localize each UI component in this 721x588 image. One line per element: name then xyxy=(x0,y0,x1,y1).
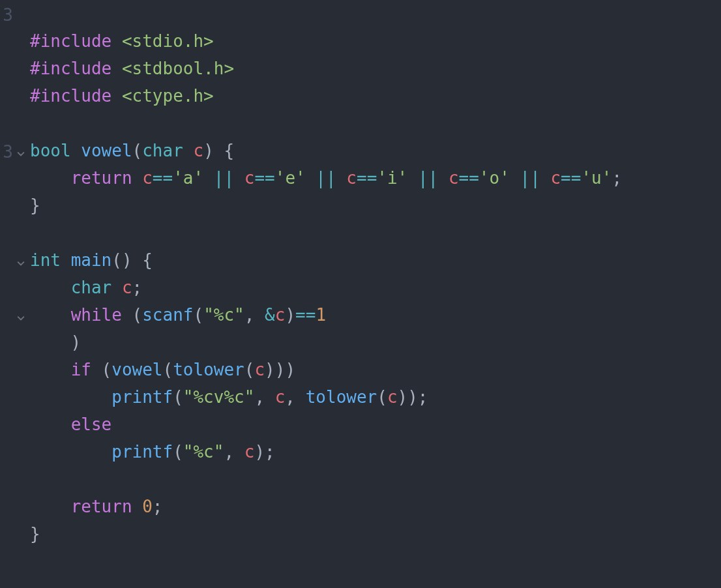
code-token: ( xyxy=(194,305,204,325)
code-token: else xyxy=(71,415,112,434)
code-token: vowel xyxy=(111,360,162,379)
code-line[interactable] xyxy=(30,0,721,27)
gutter-row xyxy=(0,27,25,55)
code-token: char xyxy=(142,141,183,160)
code-line[interactable]: printf("%cv%c", c, tolower(c)); xyxy=(30,383,721,411)
gutter-row xyxy=(0,192,25,219)
code-token xyxy=(234,168,244,188)
code-line[interactable]: char c; xyxy=(30,274,721,301)
code-token: c xyxy=(194,141,204,160)
code-line[interactable]: #include <stdbool.h> xyxy=(30,55,721,82)
code-token: & xyxy=(265,305,275,325)
code-token: ( xyxy=(173,442,183,462)
code-line[interactable]: } xyxy=(30,192,721,219)
code-token: ; xyxy=(132,278,143,297)
code-line[interactable]: return c=='a' || c=='e' || c=='i' || c==… xyxy=(30,164,721,192)
code-line[interactable]: printf("%c", c); xyxy=(30,438,721,465)
code-line[interactable] xyxy=(30,548,721,575)
chevron-down-icon[interactable] xyxy=(16,302,25,330)
code-token: c xyxy=(387,387,398,407)
gutter-row xyxy=(0,356,25,383)
code-line[interactable]: bool vowel(char c) { xyxy=(30,137,721,164)
code-token: c xyxy=(550,168,561,188)
code-token xyxy=(203,168,214,188)
code-token: int xyxy=(30,250,61,270)
code-token xyxy=(540,168,551,188)
code-token xyxy=(30,278,71,297)
gutter-row xyxy=(0,411,25,438)
code-editor[interactable]: 3 3 #include <stdio.h>#include <stdbool.… xyxy=(0,0,721,588)
code-token: c xyxy=(122,278,132,297)
code-line[interactable]: else xyxy=(30,411,721,438)
code-line[interactable]: if (vowel(tolower(c))) xyxy=(30,356,721,383)
code-token: vowel xyxy=(81,141,132,160)
code-token: #include xyxy=(30,31,122,51)
code-token xyxy=(132,168,143,188)
code-line[interactable]: int main() { xyxy=(30,246,721,274)
line-number: 3 xyxy=(1,1,13,29)
code-token: 1 xyxy=(316,305,326,325)
chevron-down-icon[interactable] xyxy=(16,248,25,275)
code-token xyxy=(30,442,111,462)
code-token: 'o' xyxy=(479,168,510,188)
code-line[interactable]: return 0; xyxy=(30,493,721,520)
code-token xyxy=(30,305,71,325)
code-token: ; xyxy=(611,168,622,188)
code-token: c xyxy=(254,360,265,379)
code-token: , xyxy=(224,442,244,462)
code-token: if xyxy=(71,360,91,379)
code-token: ; xyxy=(153,497,163,516)
code-token: "%cv%c" xyxy=(183,387,255,407)
code-line[interactable] xyxy=(30,219,721,246)
code-line[interactable]: ) xyxy=(30,329,721,356)
code-line[interactable]: while (scanf("%c", &c)==1 xyxy=(30,301,721,329)
chevron-down-icon[interactable] xyxy=(16,138,25,166)
code-token: , xyxy=(244,305,265,325)
code-token: ); xyxy=(254,442,274,462)
code-token: tolower xyxy=(173,360,244,379)
code-token: #include xyxy=(30,86,122,106)
gutter-row xyxy=(0,548,25,575)
code-token: 'i' xyxy=(377,168,407,188)
code-token xyxy=(30,497,71,516)
gutter-row xyxy=(0,493,25,520)
code-token: == xyxy=(357,168,377,188)
code-token: scanf xyxy=(142,305,193,325)
code-token: c xyxy=(244,168,255,188)
gutter: 3 3 xyxy=(0,0,25,588)
code-token: ( xyxy=(91,360,111,379)
code-token: #include xyxy=(30,59,122,78)
code-token: return xyxy=(71,497,132,516)
code-line[interactable]: } xyxy=(30,520,721,548)
code-token: ) xyxy=(30,332,81,352)
code-token: } xyxy=(30,524,40,544)
code-token xyxy=(510,168,520,188)
gutter-row xyxy=(0,274,25,301)
code-line[interactable] xyxy=(30,110,721,137)
code-token: ( xyxy=(163,360,173,379)
code-line[interactable]: #include <ctype.h> xyxy=(30,82,721,110)
code-token: || xyxy=(214,168,234,188)
gutter-row xyxy=(0,110,25,137)
code-token: printf xyxy=(111,442,173,462)
gutter-row xyxy=(0,329,25,356)
code-token: c xyxy=(275,387,286,407)
line-number: 3 xyxy=(1,138,13,166)
gutter-row xyxy=(0,164,25,192)
code-token: bool xyxy=(30,141,71,160)
code-token: 0 xyxy=(142,497,153,516)
code-token: ( xyxy=(173,387,183,407)
code-token: == xyxy=(459,168,479,188)
code-token: ( xyxy=(122,305,142,325)
code-area[interactable]: #include <stdio.h>#include <stdbool.h>#i… xyxy=(25,0,721,588)
code-token xyxy=(132,497,143,516)
code-token: ) { xyxy=(203,141,234,160)
code-token: printf xyxy=(111,387,173,407)
code-token: ) xyxy=(285,305,295,325)
code-token: <stdbool.h> xyxy=(122,59,234,78)
code-token xyxy=(30,168,71,188)
code-line[interactable]: #include <stdio.h> xyxy=(30,27,721,55)
code-token: return xyxy=(71,168,132,188)
code-line[interactable] xyxy=(30,465,721,493)
code-token xyxy=(336,168,347,188)
